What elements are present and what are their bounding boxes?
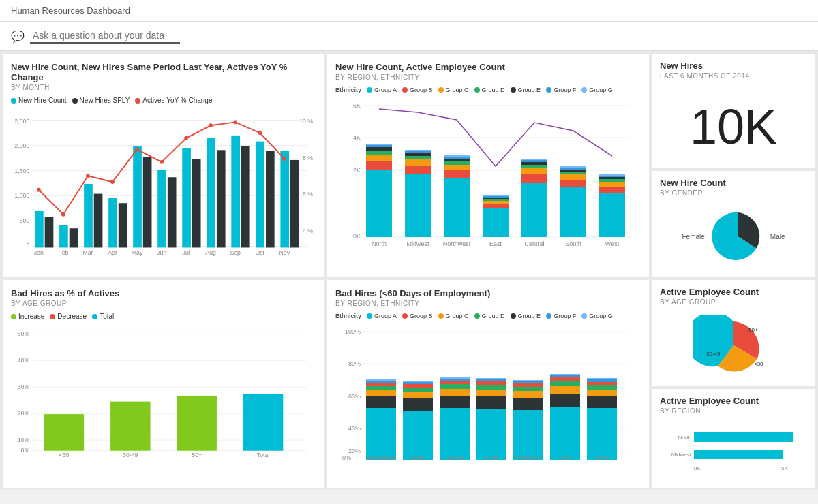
- svg-text:30-49: 30-49: [706, 351, 721, 357]
- legend-c6-groupB: Group B: [402, 313, 433, 319]
- legend-c6-groupA: Group A: [367, 313, 397, 319]
- dashboard-title: Human Resources Dashboard: [11, 5, 130, 16]
- svg-rect-85: [444, 161, 470, 165]
- legend-groupF: Group F: [546, 86, 576, 93]
- chart5-area: 50% 40% 30% 20% 10% 0%: [11, 324, 316, 460]
- svg-rect-90: [483, 204, 509, 208]
- chart6-area: 100% 80% 60% 40% 20% 0%: [335, 324, 641, 460]
- svg-rect-111: [599, 187, 625, 193]
- svg-rect-33: [192, 159, 201, 248]
- svg-point-47: [258, 131, 262, 135]
- svg-rect-112: [599, 182, 625, 187]
- chat-icon: 💬: [11, 30, 25, 43]
- svg-rect-162: [403, 411, 433, 460]
- card-new-hires-10k: New Hires LAST 6 MONTHS OF 2014 10K: [652, 54, 815, 168]
- svg-text:Aug: Aug: [205, 249, 216, 256]
- svg-rect-172: [440, 384, 470, 389]
- svg-text:<30: <30: [59, 452, 69, 458]
- svg-rect-159: [366, 383, 396, 386]
- legend-c6-groupC: Group C: [438, 313, 469, 319]
- svg-rect-179: [476, 385, 506, 390]
- svg-rect-88: [444, 155, 470, 157]
- svg-rect-114: [599, 177, 625, 179]
- svg-rect-173: [440, 381, 470, 384]
- svg-rect-187: [513, 383, 543, 387]
- svg-rect-201: [587, 382, 617, 385]
- svg-point-41: [110, 180, 115, 184]
- svg-rect-167: [403, 382, 433, 384]
- big-number-10k: 10K: [660, 85, 807, 161]
- svg-rect-105: [560, 174, 586, 180]
- svg-rect-69: [366, 161, 392, 170]
- legend-actives-yoy: Actives YoY % Change: [135, 97, 212, 104]
- female-label: Female: [682, 233, 704, 240]
- svg-text:20%: 20%: [18, 410, 30, 417]
- svg-rect-87: [444, 157, 470, 159]
- svg-text:2,500: 2,500: [14, 118, 29, 125]
- legend-dot-red: [135, 98, 140, 104]
- svg-rect-194: [550, 377, 580, 381]
- legend-dot-red2: [50, 314, 55, 319]
- gender-pie-container: Female Male: [660, 202, 807, 270]
- svg-rect-102: [521, 159, 547, 160]
- svg-text:2,000: 2,000: [14, 142, 29, 149]
- card-active-age: Active Employee Count BY AGE GROUP 50+ <…: [652, 280, 815, 386]
- chart5-svg: 50% 40% 30% 20% 10% 0%: [11, 324, 316, 460]
- svg-rect-101: [521, 160, 547, 162]
- svg-text:5K: 5K: [781, 465, 788, 471]
- svg-text:Jan: Jan: [34, 249, 44, 256]
- svg-point-42: [135, 147, 139, 151]
- svg-text:Mar: Mar: [82, 249, 93, 256]
- legend-groupB: Group B: [402, 86, 433, 93]
- svg-text:8 %: 8 %: [303, 155, 313, 161]
- svg-rect-89: [483, 208, 509, 237]
- svg-point-40: [86, 174, 90, 178]
- svg-text:50+: 50+: [748, 327, 758, 333]
- svg-rect-185: [513, 391, 543, 398]
- svg-rect-95: [483, 195, 509, 196]
- svg-point-39: [61, 212, 65, 217]
- legend-dot-teal2: [92, 314, 97, 319]
- svg-text:Northwest: Northwest: [367, 454, 395, 460]
- svg-rect-196: [550, 374, 580, 375]
- svg-text:East: East: [559, 454, 572, 460]
- svg-text:Jun: Jun: [157, 249, 166, 256]
- svg-text:1,000: 1,000: [14, 192, 29, 199]
- legend-groupA: Group A: [367, 86, 397, 93]
- card-active-region: Active Employee Count BY REGION North Mi…: [652, 389, 815, 488]
- search-input[interactable]: [30, 29, 180, 44]
- svg-rect-182: [476, 378, 506, 379]
- svg-rect-198: [587, 396, 617, 408]
- svg-rect-25: [256, 142, 264, 248]
- svg-rect-78: [405, 156, 431, 159]
- svg-rect-180: [476, 381, 506, 385]
- legend-c6-groupF: Group F: [546, 313, 576, 319]
- svg-rect-107: [560, 170, 586, 172]
- svg-rect-177: [476, 396, 506, 409]
- svg-rect-93: [483, 198, 509, 199]
- svg-text:50+: 50+: [192, 452, 202, 458]
- svg-text:10%: 10%: [18, 437, 30, 443]
- svg-rect-27: [45, 217, 54, 248]
- svg-rect-99: [521, 165, 547, 168]
- svg-text:100%: 100%: [345, 328, 361, 335]
- svg-rect-166: [403, 384, 433, 388]
- chart2-legend: Ethnicity Group A Group B Group C Group …: [335, 86, 641, 93]
- svg-rect-31: [143, 157, 152, 247]
- svg-rect-100: [521, 162, 547, 165]
- svg-rect-175: [440, 377, 470, 379]
- legend-increase: Increase: [11, 313, 44, 320]
- svg-rect-92: [483, 199, 509, 201]
- chart1-legend: New Hire Count New Hires SPLY Actives Yo…: [11, 97, 316, 104]
- svg-rect-68: [366, 170, 392, 237]
- svg-rect-168: [403, 381, 433, 382]
- svg-rect-16: [35, 211, 44, 248]
- svg-rect-30: [119, 203, 127, 247]
- svg-text:40%: 40%: [348, 425, 361, 432]
- svg-rect-17: [59, 225, 68, 247]
- legend-total: Total: [92, 313, 114, 320]
- svg-text:6K: 6K: [353, 102, 361, 109]
- chart-new-hire-region: New Hire Count, Active Employee Count BY…: [327, 54, 649, 277]
- svg-rect-199: [587, 390, 617, 396]
- svg-rect-136: [44, 414, 84, 451]
